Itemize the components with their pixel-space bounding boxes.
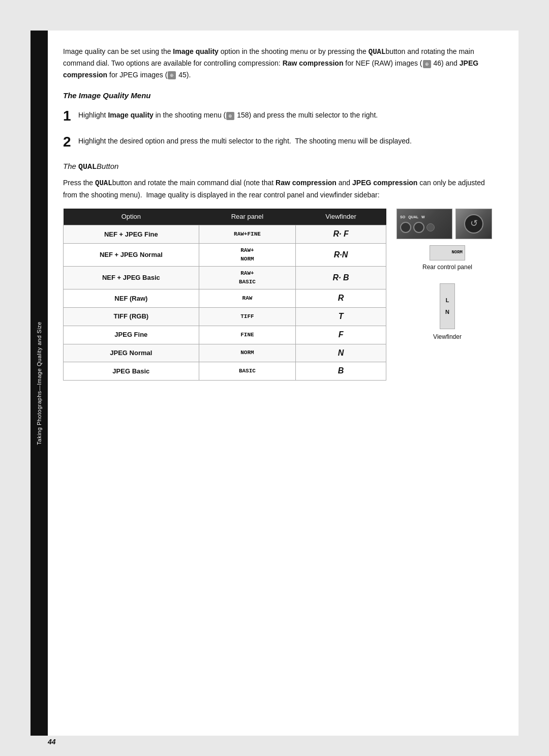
view-cell: R· F — [296, 225, 386, 244]
table-row: NEF + JPEG NormalRAW+NORMR·N — [64, 243, 386, 266]
view-cell: B — [296, 362, 386, 381]
option-cell: TIFF (RGB) — [64, 307, 199, 326]
option-cell: NEF + JPEG Basic — [64, 267, 199, 289]
step-1-number: 1 — [63, 108, 74, 124]
step-2-text: Highlight the desired option and press t… — [78, 134, 412, 150]
qual-body: Press the QUALbutton and rotate the main… — [63, 177, 498, 200]
rear-cell: TIFF — [199, 307, 296, 326]
header-option: Option — [64, 209, 199, 225]
right-panels: SO QUAL W — [396, 209, 498, 341]
viewfinder-section: L N Viewfinder — [396, 283, 498, 342]
option-cell: JPEG Fine — [64, 326, 199, 344]
rear-cell: RAW+NORM — [199, 243, 296, 266]
viewfinder-label: Viewfinder — [396, 332, 498, 342]
camera-images: SO QUAL W — [396, 209, 498, 239]
option-cell: JPEG Basic — [64, 362, 199, 381]
page-number: 44 — [48, 738, 56, 746]
image-quality-menu-title: The Image Quality Menu — [63, 90, 498, 101]
table-row: NEF + JPEG FineRAW+FINER· F — [64, 225, 386, 244]
dial-circle: ↺ — [464, 214, 483, 234]
option-cell: NEF (Raw) — [64, 289, 199, 308]
rear-cell: FINE — [199, 326, 296, 344]
camera-label-so: SO — [400, 215, 405, 220]
table-row: TIFF (RGB)TIFFT — [64, 307, 386, 326]
table-area: Option Rear panel Viewfinder NEF + JPEG … — [63, 209, 386, 381]
option-cell: NEF + JPEG Fine — [64, 225, 199, 244]
intro-paragraph: Image quality can be set using the Image… — [63, 46, 498, 80]
step-2: 2 Highlight the desired option and press… — [63, 134, 498, 150]
lower-section: Option Rear panel Viewfinder NEF + JPEG … — [63, 209, 498, 381]
rear-control-section: NORM Rear control panel — [396, 245, 498, 272]
main-content: Image quality can be set using the Image… — [48, 31, 518, 736]
view-cell: R — [296, 289, 386, 308]
rear-cell: RAW+BASIC — [199, 267, 296, 289]
step-1: 1 Highlight Image quality in the shootin… — [63, 108, 498, 124]
rear-cell: NORM — [199, 344, 296, 362]
qual-section-title: The QUALButton — [63, 160, 498, 173]
view-cell: T — [296, 307, 386, 326]
page: Taking Photographs—Image Quality and Siz… — [30, 31, 518, 736]
vf-letter-n: N — [445, 308, 449, 316]
view-cell: R·N — [296, 243, 386, 266]
table-row: JPEG BasicBASICB — [64, 362, 386, 381]
vf-letter-l: L — [446, 296, 449, 305]
sidebar-label: Taking Photographs—Image Quality and Siz… — [36, 322, 42, 445]
view-cell: N — [296, 344, 386, 362]
step-1-text: Highlight Image quality in the shooting … — [78, 108, 378, 124]
camera-dial-panel: ↺ — [455, 209, 492, 239]
rear-cell: BASIC — [199, 362, 296, 381]
table-row: NEF + JPEG BasicRAW+BASICR· B — [64, 267, 386, 289]
step-2-number: 2 — [63, 134, 74, 150]
header-rear: Rear panel — [199, 209, 296, 225]
camera-label-qual: QUAL — [408, 215, 418, 220]
header-viewfinder: Viewfinder — [296, 209, 386, 225]
view-cell: F — [296, 326, 386, 344]
option-cell: JPEG Normal — [64, 344, 199, 362]
camera-top-panel: SO QUAL W — [396, 209, 452, 239]
table-row: JPEG NormalNORMN — [64, 344, 386, 362]
view-cell: R· B — [296, 267, 386, 289]
option-cell: NEF + JPEG Normal — [64, 243, 199, 266]
rear-control-display: NORM — [430, 245, 465, 260]
sidebar: Taking Photographs—Image Quality and Siz… — [30, 31, 48, 736]
quality-table: Option Rear panel Viewfinder NEF + JPEG … — [63, 209, 386, 381]
rear-cell: RAW+FINE — [199, 225, 296, 244]
table-row: NEF (Raw)RAWR — [64, 289, 386, 308]
camera-label-w: W — [421, 215, 425, 220]
rear-control-label: Rear control panel — [396, 263, 498, 272]
table-row: JPEG FineFINEF — [64, 326, 386, 344]
rear-cell: RAW — [199, 289, 296, 308]
